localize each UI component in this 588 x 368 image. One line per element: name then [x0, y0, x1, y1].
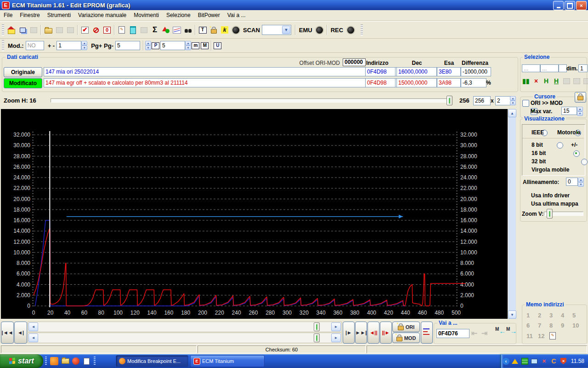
- max-var-field[interactable]: [561, 107, 577, 115]
- spinner-up-icon[interactable]: ▲: [578, 178, 584, 182]
- shapes-view-button[interactable]: [160, 24, 171, 35]
- originale-indirizzo-field[interactable]: [365, 67, 396, 76]
- memo-slot-9[interactable]: 9: [561, 322, 572, 329]
- opera-icon[interactable]: [72, 357, 79, 365]
- scroll-right-button[interactable]: ►: [331, 334, 341, 342]
- spinner-up-icon[interactable]: ▲: [81, 41, 87, 46]
- allineamento-field[interactable]: [566, 178, 578, 186]
- memo-slot-6[interactable]: 6: [526, 322, 538, 329]
- toolbar-grip[interactable]: [361, 24, 363, 35]
- p-value-field[interactable]: [160, 41, 185, 50]
- status-led-button[interactable]: [230, 24, 241, 35]
- selection-to-field[interactable]: [540, 64, 559, 72]
- scroll-right-button[interactable]: ►: [331, 322, 341, 331]
- minimize-button[interactable]: [553, 1, 564, 10]
- h-scrollbar-top[interactable]: ◄ ►: [28, 322, 342, 332]
- bit16-radio[interactable]: [573, 150, 580, 157]
- memo-slot-10[interactable]: 10: [572, 322, 584, 329]
- taskbar-window-modifica-breakpoint[interactable]: Modifica Breakpoint E...: [116, 355, 188, 367]
- spinner-up-icon[interactable]: ▲: [510, 96, 516, 101]
- modificato-button[interactable]: Modificato: [4, 78, 42, 88]
- memo-slot-12[interactable]: 12: [538, 333, 549, 339]
- search-button[interactable]: [182, 24, 193, 35]
- cancel-mod-button[interactable]: ⊘: [90, 24, 102, 35]
- memo-slot-8[interactable]: 8: [549, 322, 561, 329]
- dim-value-field[interactable]: [578, 64, 588, 72]
- pg-spinner[interactable]: ▲▼: [145, 41, 151, 50]
- selection-from-field[interactable]: [522, 64, 540, 72]
- menu-movimenti[interactable]: Movimenti: [130, 11, 163, 20]
- reset-zero-button[interactable]: 0: [102, 24, 113, 35]
- scroll-down-button[interactable]: ▼: [508, 310, 516, 319]
- spinner-down-icon[interactable]: ▼: [81, 46, 87, 50]
- chart-canvas[interactable]: 002.0002.0004.0004.0006.0006.0008.0008.0…: [1, 109, 508, 319]
- map-width-field[interactable]: [473, 96, 491, 105]
- modificato-diff-field[interactable]: [461, 78, 486, 87]
- undo-button[interactable]: U: [213, 40, 222, 51]
- folder-quicklaunch-icon[interactable]: [61, 357, 69, 365]
- select-begin-button[interactable]: ▮▮: [521, 76, 531, 86]
- network-disconnected-tray-icon[interactable]: ✕: [540, 357, 548, 365]
- memo-slot-3[interactable]: 3: [549, 312, 561, 319]
- menu-file[interactable]: File: [0, 11, 16, 20]
- cursor-lock-button[interactable]: [575, 92, 586, 103]
- menu-strumenti[interactable]: Strumenti: [44, 11, 74, 20]
- zoom-v-slider-thumb[interactable]: [547, 209, 553, 218]
- memo-slot-4[interactable]: 4: [561, 312, 572, 319]
- menu-finestre[interactable]: Finestre: [16, 11, 43, 20]
- taskbar-window-ecm-titanium[interactable]: E ECM Titanium: [190, 355, 265, 367]
- memo-slot-1[interactable]: 1: [526, 312, 538, 319]
- min-button[interactable]: m: [191, 40, 200, 51]
- map-height-spinner[interactable]: ▲▼: [510, 96, 516, 105]
- go-first-button[interactable]: |◄◄: [1, 322, 14, 344]
- ori-mod-checkbox[interactable]: [522, 100, 529, 107]
- security-alert-shield-tray-icon[interactable]: ×: [560, 357, 567, 365]
- spinner-down-icon[interactable]: ▼: [577, 111, 583, 116]
- copper-c-tray-icon[interactable]: C: [550, 357, 558, 365]
- spinner-up-icon[interactable]: ▲: [145, 41, 151, 46]
- go-last-button[interactable]: ►►|: [355, 322, 367, 344]
- scroll-left-button[interactable]: ◄: [28, 322, 38, 331]
- originale-esa-field[interactable]: [437, 67, 461, 76]
- open-file-button[interactable]: [43, 24, 54, 35]
- title-bar[interactable]: E ECM Titanium 1.61 - Edit EPROM (grafic…: [0, 0, 588, 10]
- memo-slot-7[interactable]: 7: [538, 322, 549, 329]
- run-button[interactable]: k: [219, 24, 230, 35]
- memo-forward-button[interactable]: M→: [506, 327, 517, 335]
- scroll-up-button[interactable]: ▲: [508, 109, 516, 117]
- spinner-down-icon[interactable]: ▼: [145, 46, 151, 50]
- menu-selezione[interactable]: Selezione: [163, 11, 194, 20]
- zoom-h-slider-thumb[interactable]: [447, 96, 452, 105]
- memo-notes-icon[interactable]: ✎: [549, 332, 556, 339]
- scan-combobox[interactable]: ▼: [262, 25, 291, 35]
- wireless-monitor-tray-icon[interactable]: [531, 357, 538, 365]
- memo-back-button[interactable]: M←: [495, 327, 506, 335]
- text-window-button[interactable]: T: [197, 24, 208, 35]
- h-scrollbar-bottom[interactable]: ◄ ►: [28, 333, 342, 343]
- axis-mode-button[interactable]: [421, 322, 433, 344]
- go-prev-button[interactable]: ◄|: [14, 322, 27, 344]
- max-button[interactable]: M: [200, 40, 209, 51]
- graph-view-button[interactable]: [171, 24, 182, 35]
- firefox-icon[interactable]: [50, 357, 58, 365]
- map-graph-area[interactable]: 002.0002.0004.0004.0006.0006.0008.0008.0…: [1, 109, 508, 319]
- spinner-down-icon[interactable]: ▼: [578, 182, 584, 187]
- antivirus-grid-tray-icon[interactable]: [521, 357, 529, 365]
- scroll-thumb[interactable]: [314, 322, 320, 331]
- modificato-indirizzo-field[interactable]: [365, 78, 396, 87]
- jump-back-button[interactable]: ◄||: [368, 322, 379, 344]
- memo-slot-2[interactable]: 2: [538, 312, 549, 319]
- home-button[interactable]: [6, 24, 17, 35]
- gdrive-tray-icon[interactable]: [511, 357, 519, 365]
- chart-vertical-scrollbar[interactable]: ▲ ▼: [508, 109, 516, 319]
- step-value-field[interactable]: [57, 41, 81, 50]
- selection-extra-field[interactable]: [559, 64, 567, 72]
- modificato-esa-field[interactable]: [437, 78, 461, 87]
- menu-bitpower[interactable]: BitPower: [194, 11, 224, 20]
- zoom-h-slider-track[interactable]: [51, 98, 452, 103]
- max-var-spinner[interactable]: ▲▼: [577, 107, 583, 115]
- spinner-up-icon[interactable]: ▲: [577, 107, 583, 111]
- pg-value-field[interactable]: [115, 41, 140, 50]
- scroll-left-button[interactable]: ◄: [28, 334, 38, 342]
- ori-view-button[interactable]: ORI: [392, 322, 420, 332]
